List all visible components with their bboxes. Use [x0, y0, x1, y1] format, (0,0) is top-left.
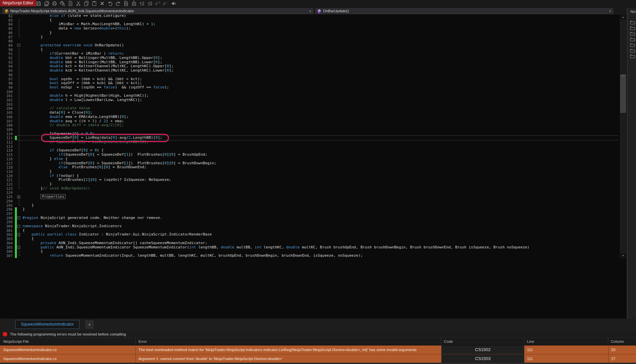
error-table: NinjaScript FileErrorCodeLineColumn Sque… — [0, 338, 636, 363]
column-header-code[interactable]: Code — [441, 338, 524, 345]
line-number: 99 — [0, 85, 13, 90]
code-text: } — [23, 207, 25, 212]
scrollbar-thumb[interactable] — [620, 75, 626, 113]
changed-line-marker — [15, 237, 17, 241]
fold-guide — [19, 48, 21, 188]
toolbar: NinjaScript Editor //+//- — [0, 0, 636, 7]
code-line-118: 118 else PlotBrushes[0][0] = BrushDownEn… — [0, 165, 627, 170]
save-all-icon[interactable] — [44, 1, 49, 6]
folder-icon[interactable] — [630, 31, 635, 35]
code-line-85: 85 data = new Series<double>(this); — [0, 26, 627, 31]
cell-line: 111 — [524, 354, 608, 363]
copy-icon[interactable] — [83, 1, 89, 6]
find-icon[interactable] — [123, 1, 129, 6]
line-number: 113 — [0, 144, 13, 149]
error-row[interactable]: SqueezeMomentumIndicator.csThe best over… — [0, 345, 636, 354]
new-tab-button[interactable]: + — [85, 321, 93, 329]
member-selector-dropdown[interactable]: OnBarUpdate() ∨ — [315, 8, 613, 14]
code-line-89: 89- protected override void OnBarUpdate(… — [0, 43, 627, 48]
increase-indent-icon[interactable] — [147, 1, 153, 6]
error-row[interactable]: SqueezeMomentumIndicator.csArgument 1: c… — [0, 354, 636, 363]
mute-icon[interactable] — [171, 1, 177, 6]
cell-error: Argument 1: cannot convert from 'double'… — [136, 354, 441, 363]
code-line-122: 122 } — [0, 182, 627, 186]
error-status-icon — [3, 332, 7, 337]
uncomment-selection-icon[interactable]: //- — [163, 1, 169, 6]
member-selector-value: OnBarUpdate() — [323, 9, 606, 14]
delete-icon[interactable] — [99, 1, 105, 6]
line-number: 82 — [0, 15, 13, 18]
code-line-86: 86 } — [0, 31, 627, 35]
collapse-icon[interactable]: - — [17, 225, 20, 228]
line-number: 86 — [0, 31, 13, 35]
code-text: return SqueezeMomentumIndicator(Input, l… — [23, 254, 363, 258]
collapse-icon[interactable]: - — [17, 216, 20, 219]
line-number: 105 — [0, 111, 13, 115]
line-number: 98 — [0, 81, 13, 85]
cut-icon[interactable] — [76, 1, 81, 6]
code-line-295: 295 } — [0, 203, 627, 208]
line-number: 91 — [0, 52, 13, 56]
line-number: 102 — [0, 98, 13, 102]
line-number: 296 — [0, 207, 13, 212]
changed-line-marker — [15, 254, 17, 258]
code-editor[interactable]: 82 else if (State == State.Configure)83 … — [0, 15, 627, 319]
column-header-line[interactable]: Line — [524, 338, 608, 345]
print-icon[interactable] — [52, 1, 57, 6]
vertical-scrollbar[interactable]: ▲ ▼ — [620, 15, 626, 258]
cell-code: CS1503 — [441, 354, 524, 363]
scroll-up-arrow-icon[interactable]: ▲ — [620, 15, 626, 20]
code-line-104: 104 // calculate Value — [0, 106, 627, 111]
line-number: 89 — [0, 43, 13, 48]
line-number: 307 — [0, 254, 13, 258]
line-number: 88 — [0, 39, 13, 43]
explorer-panel[interactable]: Nin — [628, 8, 636, 319]
decrease-indent-icon[interactable] — [139, 1, 145, 6]
folder-icon[interactable] — [630, 48, 635, 52]
folder-icon[interactable] — [630, 20, 635, 24]
folder-icon[interactable] — [630, 42, 635, 47]
code-line-124: 124 — [0, 190, 627, 195]
paste-icon[interactable] — [91, 1, 97, 6]
line-number: 87 — [0, 35, 13, 39]
folder-icon[interactable] — [630, 54, 635, 58]
print-preview-icon[interactable] — [60, 1, 65, 6]
line-number: 118 — [0, 165, 13, 170]
tab-bar: SqueezeMomentumIndicator + — [0, 319, 636, 331]
code-template-icon[interactable] — [68, 1, 73, 6]
code-line-82: 82 else if (State == State.Configure) — [0, 15, 627, 18]
line-number: 304 — [0, 241, 13, 245]
folder-icon[interactable] — [630, 37, 635, 41]
cell-file: SqueezeMomentumIndicator.cs — [0, 354, 136, 363]
code-line-119: 119 } — [0, 170, 627, 174]
svg-text:-: - — [167, 1, 168, 4]
undo-icon[interactable] — [107, 1, 113, 6]
folder-icon[interactable] — [630, 26, 635, 30]
code-line-103: 103 — [0, 102, 627, 107]
type-selector-dropdown[interactable]: NinjaTrader.NinjaScript.Indicators.AUN_I… — [3, 8, 313, 14]
tab-squeezemomentumindicator[interactable]: SqueezeMomentumIndicator — [15, 320, 80, 329]
line-number: 115 — [0, 153, 13, 157]
code-line-99: 99 bool noSqz = (sqzOn == false) && (sqz… — [0, 85, 627, 90]
annotation-highlight-box — [41, 134, 169, 142]
redo-icon[interactable] — [115, 1, 121, 6]
line-number: 109 — [0, 128, 13, 132]
column-header-error[interactable]: Error — [136, 338, 441, 345]
fold-guide — [19, 199, 21, 205]
save-icon[interactable] — [36, 1, 41, 6]
collapse-icon[interactable]: - — [17, 44, 20, 47]
comment-selection-icon[interactable]: //+ — [155, 1, 161, 6]
column-header-ninjascript-file[interactable]: NinjaScript File — [0, 338, 136, 345]
svg-text://: // — [163, 2, 166, 6]
compile-icon[interactable] — [131, 1, 137, 6]
column-header-column[interactable]: Column — [608, 338, 636, 345]
fold-guide — [19, 229, 21, 256]
expand-icon[interactable]: + — [17, 195, 20, 198]
cell-error: The best overloaded method match for 'Ni… — [136, 345, 441, 354]
line-number: 299 — [0, 220, 13, 224]
code-text: double l = Low[LowestBar(Low, LengthKC)]… — [23, 98, 142, 102]
compile-message: The following programming errors must be… — [10, 331, 126, 338]
scroll-down-arrow-icon[interactable]: ▼ — [620, 253, 626, 258]
line-number: 120 — [0, 174, 13, 178]
window-title: NinjaScript Editor — [0, 0, 36, 6]
